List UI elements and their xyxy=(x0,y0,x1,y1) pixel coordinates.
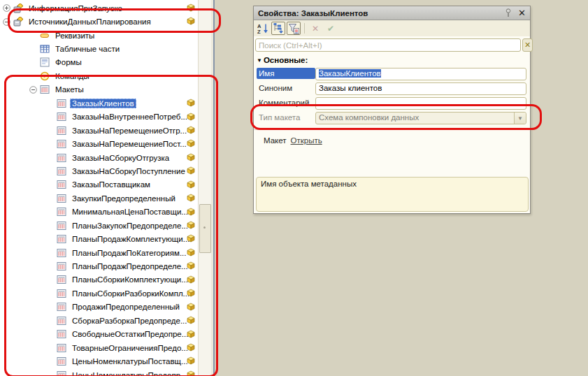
tree-row[interactable]: ИсточникиДанныхПланирования xyxy=(0,15,198,28)
plus-expander-icon[interactable] xyxy=(3,4,10,12)
tree-row[interactable]: ПланыСборкиРазборкиКомпл... xyxy=(0,287,198,300)
tree-row[interactable]: ЗаказыНаПеремещениеПост... xyxy=(0,137,198,150)
tree-row[interactable]: ЗаказыНаСборкуПоступление xyxy=(0,164,198,178)
template-icon xyxy=(57,356,66,366)
open-layout-link[interactable]: Открыть xyxy=(291,136,322,145)
properties-panel: Свойства: ЗаказыКлиентов ✕ AZ✕✔ ✕ ▼Основ… xyxy=(253,6,531,214)
tree-row[interactable]: ИнформацияПриЗапуске xyxy=(0,1,198,15)
filter-button[interactable] xyxy=(287,22,301,35)
tree-item-label: ПланыСборкиКомплектующи... xyxy=(70,275,190,284)
apply-check-icon: ✔ xyxy=(327,24,334,34)
tree-row[interactable]: ЗаказыНаПеремещениеОтгр... xyxy=(0,124,198,137)
template-icon xyxy=(57,234,66,244)
minus-expander-icon[interactable] xyxy=(29,86,37,94)
tree-item-label: МинимальнаяЦенаПоставщи... xyxy=(70,207,190,217)
cube-icon xyxy=(187,17,195,25)
tree-item-label: ЗаказыНаСборкуОтгрузка xyxy=(70,153,171,163)
apply-check-button: ✔ xyxy=(324,22,338,35)
section-header[interactable]: ▼Основные: xyxy=(257,56,308,64)
search-input[interactable] xyxy=(256,40,520,50)
tree-item-label: ЦеныНоменклатурыПоставщ... xyxy=(70,356,190,366)
tree-view-button[interactable] xyxy=(271,22,285,35)
template-icon xyxy=(57,343,66,353)
pin-icon[interactable] xyxy=(505,8,511,17)
tree-row[interactable]: Макеты xyxy=(0,83,198,96)
property-label[interactable]: Комментарий xyxy=(257,97,315,108)
property-input[interactable]: ЗаказыКлиентов xyxy=(315,68,526,80)
template-icon xyxy=(57,316,66,326)
tree-item-label: ТоварныеОграниченияПредо... xyxy=(70,343,190,353)
tree-row[interactable]: Табличные части xyxy=(0,42,198,55)
property-row: СинонимЗаказы клиентов xyxy=(254,82,530,97)
tree-item-label: Команды xyxy=(53,71,92,81)
close-icon[interactable]: ✕ xyxy=(518,8,526,17)
tree-row[interactable]: ПланыЗакупокПредопределе... xyxy=(0,219,198,232)
tree-scrollbar[interactable] xyxy=(198,0,211,376)
section-separator xyxy=(254,129,530,130)
template-icon xyxy=(57,302,66,312)
tree-row[interactable]: ЗаказыНаВнутреннееПотреб... xyxy=(0,110,198,124)
tree-row[interactable]: ПланыПродажПредопределе... xyxy=(0,259,198,273)
template-icon xyxy=(57,261,66,271)
template-icon xyxy=(57,370,66,376)
tree-row[interactable]: ПланыСборкиКомплектующи... xyxy=(0,273,198,287)
object-icon xyxy=(13,3,23,13)
template-icon xyxy=(57,275,66,284)
sort-az-icon: AZ xyxy=(257,22,269,35)
template-icon xyxy=(57,139,66,149)
tree-item-label: Табличные части xyxy=(53,44,122,54)
delete-x-icon: ✕ xyxy=(312,24,319,34)
tree-row[interactable]: Реквизиты xyxy=(0,29,198,42)
tree-view-icon xyxy=(272,22,285,35)
tree-row[interactable]: ЗаказыНаСборкуОтгрузка xyxy=(0,151,198,164)
search-clear-icon[interactable]: ✕ xyxy=(522,38,533,52)
cube-icon xyxy=(187,234,195,243)
property-input[interactable] xyxy=(315,97,526,110)
cube-icon xyxy=(187,275,195,284)
tree-row[interactable]: СвободныеОстаткиПредопре... xyxy=(0,328,198,341)
tree-scrollbar-thumb[interactable] xyxy=(199,204,211,253)
tree-row[interactable]: ЗакупкиПредопределенный xyxy=(0,191,198,205)
sort-az-button[interactable]: AZ xyxy=(256,22,270,35)
tree-row[interactable]: ПродажиПредопределенный xyxy=(0,301,198,314)
property-label[interactable]: Синоним xyxy=(257,82,315,94)
property-label[interactable]: Тип макета xyxy=(257,112,315,123)
tree-row[interactable]: ЦеныНоменклатурыПредопр... xyxy=(0,368,198,376)
tree-row[interactable]: МинимальнаяЦенаПоставщи... xyxy=(0,205,198,219)
chevron-down-icon[interactable]: ▼ xyxy=(514,113,526,124)
tree-row[interactable]: ЗаказыКлиентов xyxy=(0,96,198,110)
tree-row[interactable]: ТоварныеОграниченияПредо... xyxy=(0,341,198,354)
property-label[interactable]: Имя xyxy=(257,68,315,79)
cube-icon xyxy=(187,139,195,147)
properties-title-bar: Свойства: ЗаказыКлиентов ✕ xyxy=(254,6,530,20)
tree-row[interactable]: Команды xyxy=(0,69,198,82)
cube-icon xyxy=(187,221,195,229)
svg-text:Z: Z xyxy=(257,29,261,35)
metadata-tree-window: ИнформацияПриЗапускеИсточникиДанныхПлани… xyxy=(0,0,215,376)
tree-item-label: Реквизиты xyxy=(53,31,96,41)
tree-item-label: ЗаказыНаСборкуПоступление xyxy=(70,166,187,176)
object-icon xyxy=(13,17,23,27)
tree-row[interactable]: СборкаРазборкаПредопреде... xyxy=(0,314,198,327)
tree-item-label: ИсточникиДанныхПланирования xyxy=(27,17,153,27)
tree-item-label: ЗаказыНаВнутреннееПотреб... xyxy=(70,112,189,122)
template-icon xyxy=(57,112,66,122)
property-row: Комментарий xyxy=(254,97,530,112)
minus-expander-icon[interactable] xyxy=(3,18,10,26)
template-icon xyxy=(57,207,66,217)
cube-icon xyxy=(187,126,195,134)
property-input[interactable]: Заказы клиентов xyxy=(315,82,526,95)
search-field[interactable] xyxy=(255,38,521,52)
tree-row[interactable]: ПланыПродажКомплектующи... xyxy=(0,232,198,245)
cube-icon xyxy=(187,330,195,338)
tree-row[interactable]: ПланыПродажПоКатегориям... xyxy=(0,246,198,259)
property-combo[interactable]: Схема компоновки данных▼ xyxy=(315,112,526,124)
property-row: ИмяЗаказыКлиентов xyxy=(254,68,530,82)
tree-row[interactable]: ЗаказыПоставщикам xyxy=(0,178,198,191)
tree-row[interactable]: ЦеныНоменклатурыПоставщ... xyxy=(0,354,198,368)
tree-row[interactable]: Формы xyxy=(0,56,198,69)
layout-row: МакетОткрыть xyxy=(264,136,322,145)
cube-icon xyxy=(187,3,195,12)
cube-icon xyxy=(187,343,195,352)
collapse-triangle-icon: ▼ xyxy=(257,57,262,64)
